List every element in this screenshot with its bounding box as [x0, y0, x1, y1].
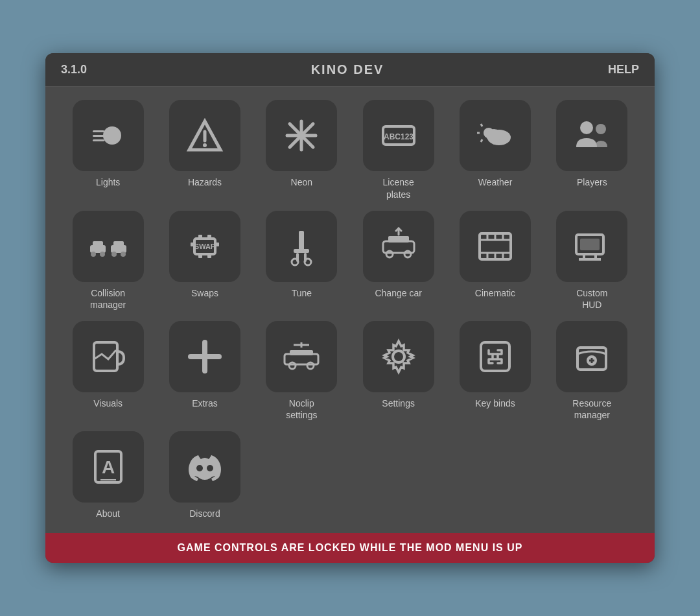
svg-rect-22: [93, 241, 103, 246]
resource-manager-icon: [571, 336, 612, 377]
change-car-label: Change car: [375, 287, 421, 299]
swaps-icon-box[interactable]: SWAP: [169, 211, 240, 282]
players-label: Players: [577, 176, 607, 188]
menu-item-extras[interactable]: Extras: [161, 321, 248, 421]
svg-rect-38: [294, 249, 309, 253]
menu-item-tune[interactable]: Tune: [259, 211, 345, 311]
change-car-icon: [378, 226, 419, 267]
svg-rect-1: [93, 130, 104, 132]
menu-item-discord[interactable]: Discord: [161, 431, 248, 519]
collision-manager-icon: [88, 226, 129, 267]
change-car-icon-box[interactable]: [363, 211, 434, 282]
menu-item-weather[interactable]: Weather: [452, 100, 538, 200]
cinematic-label: Cinematic: [475, 287, 515, 299]
settings-icon: [378, 336, 419, 377]
about-label: About: [96, 508, 120, 519]
menu-grid: Lights Hazards: [65, 100, 635, 519]
lights-icon-box[interactable]: [73, 100, 144, 171]
weather-icon-box[interactable]: [460, 100, 531, 171]
resource-manager-label: Resourcemanager: [572, 397, 611, 421]
help-button[interactable]: HELP: [608, 63, 639, 77]
svg-rect-3: [93, 139, 104, 141]
license-plates-icon-box[interactable]: ABC123: [363, 100, 434, 171]
visuals-icon-box[interactable]: [73, 321, 144, 392]
collision-manager-icon-box[interactable]: [73, 211, 144, 282]
noclip-settings-icon-box[interactable]: [266, 321, 337, 392]
svg-rect-30: [198, 235, 202, 240]
extras-icon: [184, 336, 226, 377]
menu-item-swaps[interactable]: SWAP Swaps: [161, 211, 248, 311]
svg-text:ABC123: ABC123: [384, 132, 414, 141]
svg-point-24: [100, 252, 105, 257]
visuals-icon: [88, 336, 129, 377]
about-icon: A: [88, 446, 129, 488]
extras-icon-box[interactable]: [169, 321, 240, 392]
menu-item-hazards[interactable]: Hazards: [161, 100, 248, 200]
svg-rect-44: [388, 236, 409, 243]
svg-rect-26: [113, 241, 124, 246]
players-icon: [571, 115, 612, 156]
lights-icon: [88, 115, 129, 156]
noclip-settings-icon: [281, 336, 322, 377]
svg-line-14: [481, 124, 482, 126]
cinematic-icon: [474, 226, 516, 267]
hazards-icon-box[interactable]: [169, 100, 240, 171]
custom-hud-label: CustomHUD: [576, 287, 607, 311]
discord-icon: [184, 446, 226, 488]
about-icon-box[interactable]: A: [73, 431, 144, 503]
license-plates-label: Licenseplates: [383, 176, 414, 200]
svg-rect-32: [198, 253, 202, 258]
svg-rect-61: [580, 239, 600, 250]
cinematic-icon-box[interactable]: [460, 211, 531, 282]
discord-icon-box[interactable]: [169, 431, 240, 503]
menu-item-key-binds[interactable]: Key binds: [452, 321, 538, 421]
content-area: Lights Hazards: [45, 87, 655, 532]
tune-icon: [281, 226, 322, 267]
svg-line-16: [481, 139, 482, 142]
svg-point-19: [580, 121, 593, 134]
custom-hud-icon-box[interactable]: [556, 211, 627, 282]
neon-icon: [281, 115, 322, 156]
svg-point-71: [393, 351, 404, 362]
svg-point-46: [404, 251, 411, 257]
menu-item-license-plates[interactable]: ABC123 Licenseplates: [355, 100, 441, 200]
settings-icon-box[interactable]: [363, 321, 434, 392]
menu-item-players[interactable]: Players: [549, 100, 635, 200]
svg-point-41: [292, 259, 298, 265]
titlebar: 3.1.0 KINO DEV HELP: [45, 53, 655, 87]
svg-point-0: [103, 126, 121, 145]
svg-rect-31: [207, 235, 211, 240]
key-binds-icon-box[interactable]: [460, 321, 531, 392]
menu-item-neon[interactable]: Neon: [259, 100, 345, 200]
neon-icon-box[interactable]: [266, 100, 337, 171]
menu-item-resource-manager[interactable]: Resourcemanager: [549, 321, 635, 421]
svg-point-28: [121, 252, 126, 257]
key-binds-icon: [474, 336, 516, 377]
menu-item-custom-hud[interactable]: CustomHUD: [549, 211, 635, 311]
extras-label: Extras: [192, 397, 218, 409]
svg-point-68: [307, 362, 314, 369]
menu-item-lights[interactable]: Lights: [65, 100, 151, 200]
menu-item-settings[interactable]: Settings: [355, 321, 441, 421]
svg-point-23: [91, 252, 96, 257]
menu-item-collision-manager[interactable]: Collisionmanager: [65, 211, 151, 311]
neon-label: Neon: [291, 176, 312, 188]
menu-item-noclip-settings[interactable]: Noclipsettings: [259, 321, 345, 421]
svg-point-18: [486, 129, 502, 142]
footer-text: GAME CONTROLS ARE LOCKED WHILE THE MOD M…: [178, 542, 523, 553]
custom-hud-icon: [571, 226, 612, 267]
discord-label: Discord: [189, 508, 220, 519]
svg-rect-2: [93, 135, 104, 137]
key-binds-label: Key binds: [475, 397, 515, 409]
players-icon-box[interactable]: [556, 100, 627, 171]
collision-manager-label: Collisionmanager: [90, 287, 126, 311]
hazards-icon: [184, 115, 226, 156]
menu-item-cinematic[interactable]: Cinematic: [452, 211, 538, 311]
menu-item-about[interactable]: A About: [65, 431, 151, 519]
svg-point-83: [207, 465, 213, 471]
tune-icon-box[interactable]: [266, 211, 337, 282]
menu-item-visuals[interactable]: Visuals: [65, 321, 151, 421]
svg-point-67: [289, 362, 296, 369]
resource-manager-icon-box[interactable]: [556, 321, 627, 392]
menu-item-change-car[interactable]: Change car: [355, 211, 441, 311]
